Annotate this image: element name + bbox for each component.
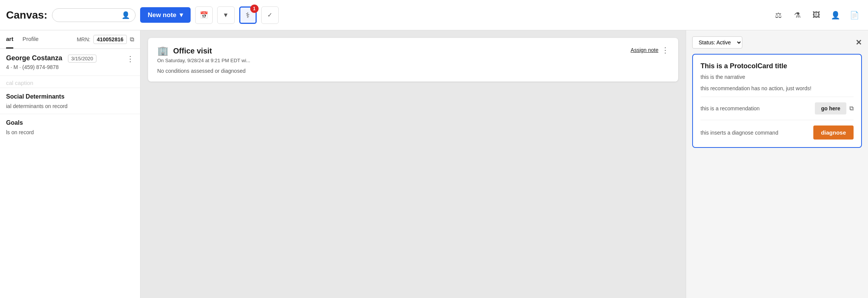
flask-button[interactable]: ⚗ [790, 8, 805, 23]
tabs-row: art Profile MRN: 410052816 ⧉ [0, 30, 140, 49]
mrn-label: MRN: [77, 36, 90, 42]
mrn-row: MRN: 410052816 ⧉ [77, 35, 134, 44]
protocol-section-2: this is a recommendation go here ⧉ [701, 102, 854, 120]
document-button[interactable]: 📄 [847, 8, 862, 23]
calendar-button[interactable]: 📅 [195, 6, 213, 24]
protocol-narrative: this is the narrative [701, 74, 854, 80]
person-button[interactable]: 👤 [828, 8, 843, 23]
main-layout: art Profile MRN: 410052816 ⧉ George Cost… [0, 30, 868, 298]
filter-icon: ▼ [223, 12, 229, 19]
visit-more-button[interactable]: ⋮ [661, 45, 669, 55]
visit-subtitle: On Saturday, 9/28/24 at 9:21 PM EDT wi..… [157, 58, 669, 63]
caduceus-button[interactable]: ⚕ 1 [239, 6, 257, 24]
external-link-icon[interactable]: ⧉ [849, 105, 854, 112]
app-logo: Canvas: [6, 9, 47, 21]
search-input[interactable] [58, 12, 118, 18]
social-determinants-header: Social Determinants [0, 88, 140, 103]
copy-icon[interactable]: ⧉ [130, 36, 134, 43]
image-icon: 🖼 [813, 11, 820, 19]
visit-title: Office visit [173, 47, 212, 55]
search-box[interactable]: 👤 [52, 8, 136, 22]
section-caption: cal caption [0, 76, 140, 88]
diagnose-button[interactable]: diagnose [813, 125, 854, 140]
close-button[interactable]: ✕ [855, 38, 862, 47]
social-determinants-text: ial determinants on record [0, 103, 140, 114]
goals-text: ls on record [0, 129, 140, 140]
toolbar-icons: ⚖ ⚗ 🖼 👤 📄 [771, 8, 862, 23]
visit-title-row: 🏢 Office visit [157, 45, 212, 56]
protocol-row-3: this inserts a diagnose command diagnose [701, 125, 854, 140]
patient-name: George Costanza [6, 54, 62, 62]
patient-meta: 4 · M · (459) 874-9878 [6, 64, 96, 70]
dropdown-arrow-icon: ▾ [180, 11, 183, 19]
protocol-section-1: this recommendation has no action, just … [701, 85, 854, 97]
left-panel: art Profile MRN: 410052816 ⧉ George Cost… [0, 30, 140, 298]
calendar-icon: 📅 [200, 11, 208, 19]
tab-profile[interactable]: Profile [22, 30, 39, 49]
right-header: Status: Active ✕ [692, 36, 862, 49]
app-header: Canvas: 👤 New note ▾ 📅 ▼ ⚕ 1 ✓ ⚖ ⚗ 🖼 👤 [0, 0, 868, 30]
org-person-icon: 👤 [831, 11, 840, 20]
visit-body: No conditions assessed or diagnosed [157, 68, 669, 74]
protocol-card: This is a ProtocolCard title this is the… [692, 54, 862, 148]
visit-card: 🏢 Office visit Assign note ⋮ On Saturday… [148, 38, 678, 82]
goals-header: Goals [0, 114, 140, 129]
caduceus-icon: ⚕ [246, 11, 250, 20]
assign-note-link[interactable]: Assign note [631, 47, 658, 53]
balance-button[interactable]: ⚖ [771, 8, 786, 23]
new-note-label: New note [148, 11, 177, 19]
person-icon: 👤 [122, 11, 130, 19]
checkmark-button[interactable]: ✓ [261, 6, 279, 24]
visit-header: 🏢 Office visit Assign note ⋮ [157, 45, 669, 56]
document-icon: 📄 [850, 11, 859, 20]
protocol-action-row-2: go here ⧉ [815, 102, 854, 114]
checkmark-icon: ✓ [267, 11, 272, 19]
filter-button[interactable]: ▼ [217, 6, 235, 24]
tab-art[interactable]: art [6, 30, 13, 49]
right-panel: Status: Active ✕ This is a ProtocolCard … [686, 30, 868, 298]
protocol-text-3: this inserts a diagnose command [701, 130, 809, 136]
status-select[interactable]: Status: Active [692, 36, 742, 49]
protocol-text-1: this recommendation has no action, just … [701, 85, 854, 91]
patient-more-button[interactable]: ⋮ [126, 54, 134, 63]
protocol-section-3: this inserts a diagnose command diagnose [701, 125, 854, 140]
balance-icon: ⚖ [775, 11, 782, 20]
image-button[interactable]: 🖼 [809, 8, 824, 23]
protocol-row-2: this is a recommendation go here ⧉ [701, 102, 854, 114]
notification-badge: 1 [250, 5, 259, 13]
protocol-text-2: this is a recommendation [701, 105, 810, 111]
mrn-value: 410052816 [93, 35, 127, 44]
protocol-title: This is a ProtocolCard title [701, 62, 854, 70]
center-panel: 🏢 Office visit Assign note ⋮ On Saturday… [140, 30, 686, 298]
go-here-button[interactable]: go here [815, 102, 846, 114]
building-icon: 🏢 [157, 45, 169, 56]
patient-details: George Costanza 3/15/2020 4 · M · (459) … [6, 54, 96, 70]
visit-actions: Assign note ⋮ [631, 45, 669, 55]
flask-icon: ⚗ [794, 11, 801, 20]
patient-date: 3/15/2020 [68, 55, 97, 63]
new-note-button[interactable]: New note ▾ [140, 7, 191, 23]
patient-info: George Costanza 3/15/2020 4 · M · (459) … [0, 49, 140, 76]
patient-name-row: George Costanza 3/15/2020 [6, 54, 96, 63]
